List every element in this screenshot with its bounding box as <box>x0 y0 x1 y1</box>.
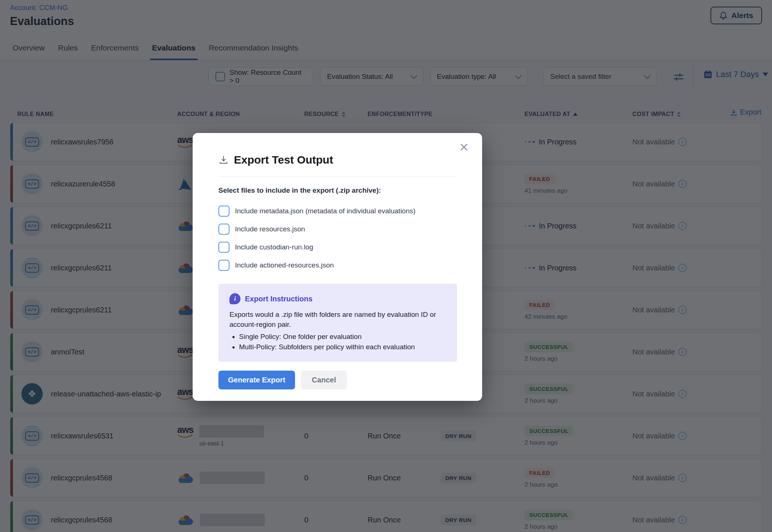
generate-export-button[interactable]: Generate Export <box>218 371 295 389</box>
export-modal: ✕ Export Test Output Select files to inc… <box>193 133 482 401</box>
export-instructions-bullets: Single Policy: One folder per evaluation… <box>229 332 446 352</box>
checkbox-icon[interactable] <box>218 206 229 217</box>
modal-section-label: Select files to include in the export (.… <box>218 186 456 195</box>
checkbox-include-actioned-resources[interactable]: Include actioned-resources.json <box>218 256 456 274</box>
bullet-multi-policy: Multi-Policy: Subfolders per policy with… <box>239 342 446 352</box>
checkbox-include-custodian-log[interactable]: Include custodian-run.log <box>218 238 456 256</box>
export-instructions-title: Export Instructions <box>245 295 312 303</box>
checkbox-icon[interactable] <box>218 260 229 271</box>
bullet-single-policy: Single Policy: One folder per evaluation <box>239 332 446 342</box>
divider <box>218 176 456 177</box>
download-icon <box>218 155 229 165</box>
checkbox-label: Include actioned-resources.json <box>235 261 334 269</box>
checkbox-icon[interactable] <box>218 224 229 235</box>
checkbox-label: Include metadata.json (metadata of indiv… <box>235 207 415 215</box>
close-icon[interactable]: ✕ <box>457 141 471 154</box>
checkbox-label: Include custodian-run.log <box>235 243 313 251</box>
info-bubble-icon: i <box>229 293 241 304</box>
modal-title: Export Test Output <box>234 154 333 166</box>
evaluations-page: Account: CCM-NG Evaluations Alerts Overv… <box>0 0 772 532</box>
cancel-button[interactable]: Cancel <box>301 371 347 389</box>
checkbox-include-resources[interactable]: Include resources.json <box>218 220 456 238</box>
checkbox-icon[interactable] <box>218 242 229 253</box>
export-options-list: Include metadata.json (metadata of indiv… <box>218 202 456 274</box>
checkbox-include-metadata[interactable]: Include metadata.json (metadata of indiv… <box>218 202 456 220</box>
checkbox-label: Include resources.json <box>235 225 305 233</box>
export-instructions-box: i Export Instructions Exports would a .z… <box>218 284 457 362</box>
export-instructions-body: Exports would a .zip file with folders a… <box>229 309 446 329</box>
